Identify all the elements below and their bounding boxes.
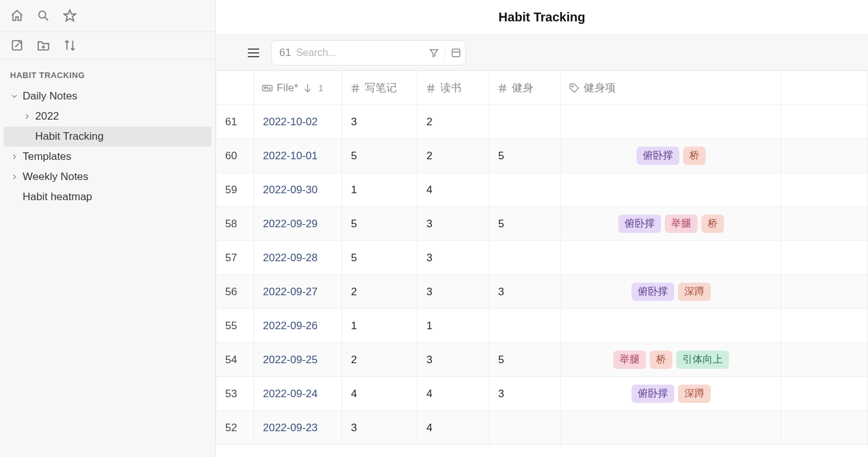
file-link[interactable]: 2022-09-28 <box>263 252 318 264</box>
svg-point-25 <box>572 85 573 86</box>
cell-number[interactable]: 2 <box>418 139 489 173</box>
cell-tags[interactable] <box>561 309 781 343</box>
star-icon[interactable] <box>63 9 77 23</box>
file-link[interactable]: 2022-10-01 <box>263 150 318 162</box>
table-row[interactable]: 562022-09-27233俯卧撑深蹲 <box>216 275 868 309</box>
cell-number[interactable]: 2 <box>342 275 418 309</box>
tag-pill[interactable]: 深蹲 <box>678 283 711 301</box>
table-row[interactable]: 542022-09-25235举腿桥引体向上 <box>216 343 868 377</box>
file-link[interactable]: 2022-09-23 <box>263 422 318 434</box>
cell-number[interactable]: 4 <box>342 377 418 411</box>
cell-number[interactable] <box>489 309 561 343</box>
cell-number[interactable]: 2 <box>418 105 489 139</box>
cell-tags[interactable] <box>561 105 781 139</box>
col-header-file[interactable]: File* 1 <box>254 71 342 105</box>
tag-pill[interactable]: 深蹲 <box>678 385 711 403</box>
cell-number[interactable]: 1 <box>342 309 418 343</box>
table-row[interactable]: 592022-09-3014 <box>216 173 868 207</box>
table-row[interactable]: 602022-10-01525俯卧撑桥 <box>216 139 868 173</box>
col-header-notes[interactable]: 写笔记 <box>342 71 418 105</box>
cell-number[interactable]: 5 <box>342 139 418 173</box>
file-link[interactable]: 2022-09-27 <box>263 286 318 298</box>
cell-number[interactable] <box>489 173 561 207</box>
sidebar-item[interactable]: Daily Notes <box>4 86 211 106</box>
cell-number[interactable] <box>489 241 561 275</box>
layout-icon[interactable] <box>450 47 462 59</box>
cell-number[interactable]: 2 <box>342 343 418 377</box>
table-row[interactable]: 532022-09-24443俯卧撑深蹲 <box>216 377 868 411</box>
cell-number[interactable]: 1 <box>342 173 418 207</box>
new-note-icon[interactable] <box>10 38 24 52</box>
table-row[interactable]: 612022-10-0232 <box>216 105 868 139</box>
tag-pill[interactable]: 引体向上 <box>676 351 729 369</box>
col-header-fitness[interactable]: 健身 <box>489 71 561 105</box>
cell-number[interactable]: 3 <box>342 411 418 445</box>
tag-pill[interactable]: 举腿 <box>665 215 698 233</box>
sidebar-item[interactable]: Habit heatmap <box>4 187 211 207</box>
sidebar-item[interactable]: Habit Tracking <box>4 127 211 147</box>
cell-number[interactable]: 5 <box>489 207 561 241</box>
search-icon[interactable] <box>36 9 50 23</box>
cell-number[interactable]: 5 <box>489 139 561 173</box>
cell-tags[interactable] <box>561 241 781 275</box>
cell-number[interactable]: 5 <box>489 343 561 377</box>
file-link[interactable]: 2022-09-29 <box>263 218 318 230</box>
cell-number[interactable]: 3 <box>418 207 489 241</box>
cell-tags[interactable] <box>561 173 781 207</box>
tag-pill[interactable]: 桥 <box>683 147 706 165</box>
cell-tags[interactable]: 俯卧撑桥 <box>561 139 781 173</box>
tag-pill[interactable]: 俯卧撑 <box>632 283 674 301</box>
col-header-reading[interactable]: 读书 <box>418 71 489 105</box>
cell-tags[interactable] <box>561 411 781 445</box>
cell-number[interactable]: 3 <box>418 275 489 309</box>
file-link[interactable]: 2022-09-25 <box>263 354 318 366</box>
home-icon[interactable] <box>10 9 24 23</box>
new-folder-icon[interactable] <box>36 38 50 52</box>
sidebar-item[interactable]: 2022 <box>4 106 211 127</box>
cell-number[interactable]: 3 <box>418 241 489 275</box>
hamburger-icon[interactable] <box>246 45 261 60</box>
col-header-exercises[interactable]: 健身项 <box>561 71 781 105</box>
file-link[interactable]: 2022-10-02 <box>263 116 318 128</box>
sidebar-top-icons <box>0 0 215 31</box>
sort-index: 1 <box>318 82 323 93</box>
cell-number[interactable]: 3 <box>489 377 561 411</box>
table-wrap[interactable]: File* 1 写笔记 <box>216 71 868 457</box>
cell-number[interactable] <box>489 411 561 445</box>
main: Habit Tracking 61 <box>216 0 868 457</box>
cell-number[interactable]: 1 <box>418 309 489 343</box>
cell-tags[interactable]: 俯卧撑举腿桥 <box>561 207 781 241</box>
sidebar-item[interactable]: Templates <box>4 147 211 167</box>
sort-icon[interactable] <box>63 38 77 52</box>
cell-tags[interactable]: 俯卧撑深蹲 <box>561 275 781 309</box>
cell-number[interactable]: 4 <box>418 411 489 445</box>
cell-number[interactable]: 3 <box>342 105 418 139</box>
table-row[interactable]: 552022-09-2611 <box>216 309 868 343</box>
cell-tags[interactable]: 俯卧撑深蹲 <box>561 377 781 411</box>
tag-pill[interactable]: 俯卧撑 <box>618 215 661 233</box>
sidebar-item-label: 2022 <box>35 110 59 123</box>
table-row[interactable]: 522022-09-2334 <box>216 411 868 445</box>
cell-number[interactable]: 3 <box>489 275 561 309</box>
tag-pill[interactable]: 举腿 <box>613 351 646 369</box>
table-row[interactable]: 582022-09-29535俯卧撑举腿桥 <box>216 207 868 241</box>
file-link[interactable]: 2022-09-24 <box>263 388 318 400</box>
cell-number[interactable]: 5 <box>342 207 418 241</box>
filter-icon[interactable] <box>428 47 440 59</box>
sidebar-item[interactable]: Weekly Notes <box>4 167 211 187</box>
tag-pill[interactable]: 俯卧撑 <box>637 147 679 165</box>
cell-number[interactable] <box>489 105 561 139</box>
tag-pill[interactable]: 桥 <box>701 215 724 233</box>
cell-number[interactable]: 3 <box>418 343 489 377</box>
table-row[interactable]: 572022-09-2853 <box>216 241 868 275</box>
tag-pill[interactable]: 俯卧撑 <box>632 385 674 403</box>
cell-number[interactable]: 4 <box>418 377 489 411</box>
search-input[interactable] <box>296 47 423 59</box>
cell-number[interactable]: 5 <box>342 241 418 275</box>
file-link[interactable]: 2022-09-30 <box>263 184 318 196</box>
tag-pill[interactable]: 桥 <box>650 351 672 369</box>
markdown-icon <box>262 82 273 94</box>
file-link[interactable]: 2022-09-26 <box>263 320 318 332</box>
cell-number[interactable]: 4 <box>418 173 489 207</box>
cell-tags[interactable]: 举腿桥引体向上 <box>561 343 781 377</box>
